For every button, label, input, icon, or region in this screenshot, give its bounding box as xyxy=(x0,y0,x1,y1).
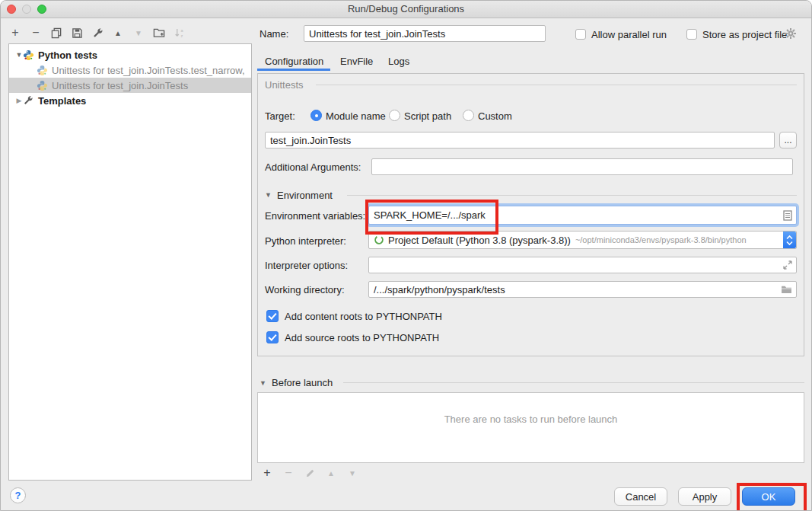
python-interpreter-icon xyxy=(374,235,384,245)
python-test-icon xyxy=(37,80,48,91)
allow-parallel-run-label: Allow parallel run xyxy=(591,29,667,40)
tree-item-label: Python tests xyxy=(38,50,97,61)
configurations-toolbar: + − ▲ ▼ az xyxy=(8,24,186,42)
expand-arrow-icon[interactable]: ▶ xyxy=(15,97,23,104)
add-content-roots-label: Add content roots to PYTHONPATH xyxy=(285,311,442,322)
tree-item-label: Templates xyxy=(38,95,86,107)
allow-parallel-run-checkbox[interactable] xyxy=(575,29,586,40)
run-debug-configurations-dialog: Run/Debug Configurations + − ▲ ▼ az ▼ xyxy=(0,0,812,511)
collapse-arrow-icon[interactable]: ▼ xyxy=(15,51,23,59)
target-module-name-radio[interactable] xyxy=(310,110,322,121)
move-down-icon[interactable]: ▼ xyxy=(132,26,145,40)
tree-item-unittest-narrow[interactable]: Unittests for test_join.JoinTests.test_n… xyxy=(9,62,251,78)
cancel-button[interactable]: Cancel xyxy=(614,487,667,506)
move-task-up-icon[interactable]: ▲ xyxy=(324,466,338,480)
add-content-roots-checkbox[interactable] xyxy=(266,310,279,322)
python-test-icon xyxy=(37,65,48,76)
tree-item-templates[interactable]: ▶ Templates xyxy=(9,93,251,108)
copy-configuration-icon[interactable] xyxy=(49,26,63,40)
python-tests-icon xyxy=(23,50,34,61)
before-launch-empty-message: There are no tasks to run before launch xyxy=(257,414,804,425)
target-script-path-radio[interactable] xyxy=(389,110,400,121)
window-title: Run/Debug Configurations xyxy=(1,3,811,14)
environment-section-title: Environment xyxy=(277,190,333,201)
additional-arguments-input[interactable] xyxy=(377,161,788,173)
tree-item-unittest-jointests-selected[interactable]: Unittests for test_join.JoinTests xyxy=(9,78,251,93)
remove-configuration-icon[interactable]: − xyxy=(29,26,43,40)
templates-wrench-icon xyxy=(23,95,34,107)
working-directory-field[interactable] xyxy=(368,281,797,298)
tab-logs[interactable]: Logs xyxy=(388,56,409,67)
active-tab-underline xyxy=(257,69,330,71)
svg-text:a: a xyxy=(180,28,183,33)
title-bar[interactable]: Run/Debug Configurations xyxy=(1,1,811,18)
tree-item-label: Unittests for test_join.JoinTests.test_n… xyxy=(52,65,245,76)
group-divider xyxy=(316,85,797,85)
browse-folder-icon[interactable] xyxy=(781,285,792,294)
interpreter-options-input[interactable] xyxy=(374,260,791,271)
gear-icon[interactable] xyxy=(785,27,797,43)
edit-task-icon[interactable] xyxy=(303,466,317,480)
add-source-roots-checkbox[interactable] xyxy=(266,331,279,343)
before-launch-collapse-icon[interactable]: ▼ xyxy=(260,379,266,387)
group-divider xyxy=(343,382,804,383)
target-field[interactable] xyxy=(265,132,775,149)
svg-text:z: z xyxy=(180,34,183,38)
name-label: Name: xyxy=(260,28,288,40)
python-interpreter-path: ~/opt/miniconda3/envs/pyspark-3.8/bin/py… xyxy=(575,235,747,244)
add-source-roots-label: Add source roots to PYTHONPATH xyxy=(285,332,439,343)
tab-envfile[interactable]: EnvFile xyxy=(340,56,373,67)
add-configuration-icon[interactable]: + xyxy=(8,26,22,40)
combobox-stepper-icon[interactable] xyxy=(783,232,796,248)
target-custom-radio[interactable] xyxy=(463,110,474,121)
environment-variables-label: Environment variables: xyxy=(265,210,365,222)
before-launch-toolbar: + − ▲ ▼ xyxy=(260,466,359,480)
remove-task-icon[interactable]: − xyxy=(282,466,295,480)
before-launch-title: Before launch xyxy=(272,377,333,388)
environment-collapse-icon[interactable]: ▼ xyxy=(265,191,272,199)
before-launch-task-list[interactable] xyxy=(257,392,804,463)
help-button[interactable]: ? xyxy=(10,487,26,503)
ok-button[interactable]: OK xyxy=(742,487,795,506)
target-module-name-label: Module name xyxy=(326,110,386,122)
name-field[interactable] xyxy=(304,25,546,42)
sort-configurations-icon[interactable]: az xyxy=(173,26,186,40)
additional-arguments-label: Additional Arguments: xyxy=(265,161,361,173)
target-label: Target: xyxy=(265,110,295,122)
browse-target-button[interactable]: ... xyxy=(779,132,797,149)
new-folder-icon[interactable] xyxy=(152,26,166,40)
interpreter-options-label: Interpreter options: xyxy=(265,260,348,271)
store-as-project-file-checkbox[interactable] xyxy=(686,29,697,40)
expand-field-icon[interactable] xyxy=(783,260,792,270)
apply-button[interactable]: Apply xyxy=(678,487,731,506)
environment-variables-input[interactable] xyxy=(374,209,791,221)
target-custom-label: Custom xyxy=(478,110,512,122)
configurations-tree: ▼ Python tests Unittests for test_join.J… xyxy=(8,43,252,481)
interpreter-options-field[interactable] xyxy=(368,257,797,273)
unittests-group-title: Unittests xyxy=(265,79,304,91)
python-interpreter-combobox[interactable]: Project Default (Python 3.8 (pyspark-3.8… xyxy=(368,231,797,249)
working-directory-label: Working directory: xyxy=(265,284,345,295)
move-up-icon[interactable]: ▲ xyxy=(111,26,125,40)
save-configuration-icon[interactable] xyxy=(70,26,84,40)
move-task-down-icon[interactable]: ▼ xyxy=(345,466,359,480)
edit-env-vars-icon[interactable] xyxy=(783,210,792,221)
target-script-path-label: Script path xyxy=(404,110,451,122)
add-task-icon[interactable]: + xyxy=(260,466,274,480)
edit-templates-icon[interactable] xyxy=(91,26,104,40)
store-as-project-file-label: Store as project file xyxy=(702,29,787,40)
tab-configuration[interactable]: Configuration xyxy=(265,56,323,67)
group-divider xyxy=(347,195,797,196)
tree-item-label: Unittests for test_join.JoinTests xyxy=(52,80,188,91)
environment-variables-field[interactable] xyxy=(368,206,797,225)
python-interpreter-label: Python interpreter: xyxy=(265,235,346,247)
working-directory-input[interactable] xyxy=(374,284,791,295)
python-interpreter-value: Project Default (Python 3.8 (pyspark-3.8… xyxy=(388,235,571,246)
target-input[interactable] xyxy=(270,135,769,146)
additional-arguments-field[interactable] xyxy=(371,158,793,175)
name-input[interactable] xyxy=(309,28,540,40)
tree-item-python-tests[interactable]: ▼ Python tests xyxy=(9,47,251,62)
